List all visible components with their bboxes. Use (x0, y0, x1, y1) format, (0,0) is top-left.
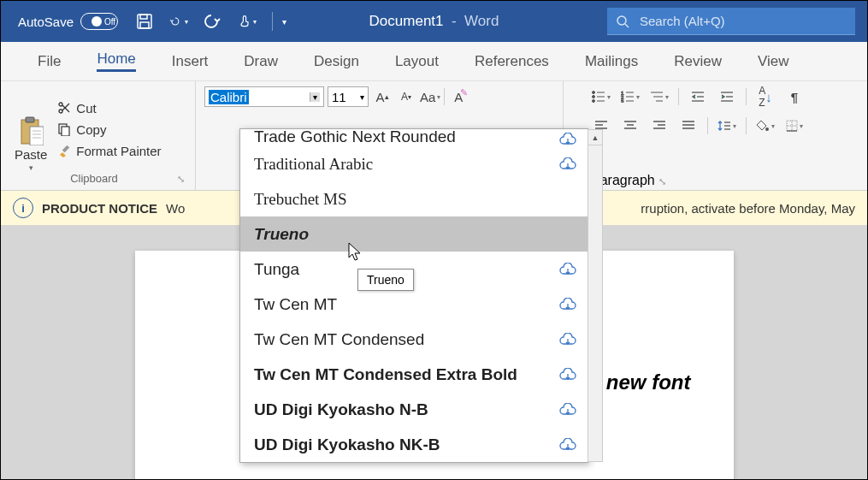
doc-name: Document1 (369, 13, 444, 29)
cloud-download-icon[interactable] (558, 368, 577, 382)
tooltip: Trueno (357, 269, 414, 291)
tab-mailings[interactable]: Mailings (567, 42, 656, 80)
autosave-label: AutoSave (18, 15, 74, 29)
multilevel-list-button[interactable]: ▾ (649, 86, 670, 107)
mouse-cursor-icon (348, 242, 363, 263)
font-option[interactable]: Trebuchet MS (240, 181, 588, 216)
dialog-launcher-icon[interactable]: ⤡ (658, 176, 666, 187)
cloud-download-icon[interactable] (558, 157, 577, 171)
tab-design[interactable]: Design (296, 42, 377, 80)
font-dropdown[interactable]: ▲ Trade Gothic Next RoundedTraditional A… (239, 128, 588, 463)
cut-label: Cut (76, 101, 96, 116)
svg-point-22 (593, 100, 595, 103)
chevron-down-icon[interactable]: ▾ (360, 92, 364, 102)
font-option-label: Trade Gothic Next Rounded (254, 129, 456, 146)
borders-button[interactable]: ▾ (784, 116, 805, 136)
font-size-combo[interactable]: 11 ▾ (328, 86, 369, 107)
line-spacing-button[interactable]: ▾ (717, 116, 737, 136)
change-case-button[interactable]: Aa▾ (420, 86, 440, 107)
dialog-launcher-icon[interactable]: ⤡ (177, 174, 185, 185)
svg-rect-16 (62, 127, 69, 136)
cloud-download-icon[interactable] (558, 333, 577, 347)
svg-rect-6 (26, 117, 34, 122)
scroll-up-button[interactable]: ▲ (588, 130, 602, 145)
tab-insert[interactable]: Insert (154, 42, 227, 80)
font-option[interactable]: Trueno (240, 216, 588, 252)
sort-button[interactable]: AZ↓ (755, 86, 776, 107)
svg-point-12 (59, 103, 62, 106)
toggle-switch[interactable]: Off (80, 13, 118, 30)
copy-button[interactable]: Copy (57, 122, 161, 137)
scrollbar[interactable]: ▲ (588, 129, 603, 462)
justify-button[interactable] (678, 116, 699, 136)
clear-formatting-button[interactable]: A✎ (448, 86, 469, 107)
undo-icon[interactable]: ▾ (169, 12, 188, 31)
font-option[interactable]: Tw Cen MT Condensed Extra Bold (240, 357, 588, 392)
font-option[interactable]: Trade Gothic Next Rounded (240, 129, 588, 146)
tab-review[interactable]: Review (656, 42, 740, 80)
notice-title: PRODUCT NOTICE (42, 201, 157, 216)
clipboard-group: Paste ▾ Cut Copy Format Painter Clipbo (1, 81, 196, 190)
notice-text-right: rruption, activate before Monday, May (641, 201, 855, 216)
cloud-download-icon[interactable] (558, 403, 577, 417)
tab-view[interactable]: View (740, 42, 807, 80)
tab-layout[interactable]: Layout (377, 42, 457, 80)
tab-draw[interactable]: Draw (226, 42, 296, 80)
save-icon[interactable] (135, 12, 154, 31)
font-option[interactable]: UD Digi Kyokasho NK-B (240, 427, 588, 462)
search-placeholder: Search (Alt+Q) (640, 14, 725, 28)
tab-file[interactable]: File (20, 42, 79, 80)
font-option[interactable]: Tw Cen MT (240, 287, 588, 322)
svg-rect-1 (140, 15, 147, 19)
cloud-download-icon[interactable] (558, 263, 577, 276)
increase-indent-button[interactable] (717, 86, 737, 107)
bullets-button[interactable]: ▾ (591, 86, 611, 107)
title-separator: - (447, 13, 464, 29)
svg-point-3 (617, 16, 626, 25)
paste-button[interactable]: Paste ▾ (9, 86, 52, 172)
tab-references[interactable]: References (457, 42, 567, 80)
qat-overflow-icon[interactable]: ▾ (272, 12, 291, 31)
svg-text:3: 3 (621, 99, 624, 103)
autosave-toggle[interactable]: AutoSave Off (18, 13, 118, 30)
svg-point-20 (593, 96, 595, 98)
search-box[interactable]: Search (Alt+Q) (607, 8, 855, 35)
decrease-indent-button[interactable] (688, 86, 708, 107)
font-size-value: 11 (332, 90, 346, 104)
redo-icon[interactable] (204, 12, 222, 31)
format-painter-button[interactable]: Format Painter (57, 144, 161, 158)
toggle-knob (92, 16, 102, 27)
font-option[interactable]: Tw Cen MT Condensed (240, 322, 588, 357)
chevron-down-icon[interactable]: ▾ (310, 92, 320, 102)
tab-home[interactable]: Home (79, 42, 153, 80)
align-right-button[interactable] (649, 116, 670, 136)
search-icon (616, 15, 629, 28)
scissors-icon (57, 101, 71, 115)
shading-button[interactable]: ▾ (755, 116, 776, 136)
cloud-download-icon[interactable] (558, 133, 577, 146)
font-option-label: Trueno (254, 225, 309, 244)
font-name-combo[interactable]: Calibri ▾ (204, 86, 324, 107)
numbering-button[interactable]: 123▾ (620, 86, 641, 107)
cloud-download-icon[interactable] (558, 298, 577, 311)
touch-mode-icon[interactable]: ▾ (238, 12, 257, 31)
cut-button[interactable]: Cut (57, 101, 161, 116)
font-option[interactable]: Tunga (240, 252, 588, 287)
font-option[interactable]: Traditional Arabic (240, 146, 588, 181)
font-option-label: UD Digi Kyokasho N-B (254, 400, 428, 419)
font-option-label: Tunga (254, 260, 299, 279)
font-option[interactable]: UD Digi Kyokasho N-B (240, 392, 588, 427)
notice-text-left: Wo (166, 201, 185, 216)
cloud-download-icon[interactable] (558, 438, 577, 452)
font-option-label: Traditional Arabic (254, 155, 373, 174)
show-marks-button[interactable]: ¶ (784, 86, 805, 107)
svg-point-11 (59, 110, 62, 113)
shrink-font-button[interactable]: A▾ (396, 86, 416, 107)
quick-access-toolbar: ▾ ▾ ▾ (135, 12, 291, 31)
paste-label: Paste (15, 147, 47, 162)
align-center-button[interactable] (620, 116, 641, 136)
chevron-down-icon: ▾ (29, 163, 33, 172)
toggle-state: Off (104, 17, 115, 27)
grow-font-button[interactable]: A▴ (372, 86, 393, 107)
title-bar: AutoSave Off ▾ ▾ ▾ Document1 - Word Se (1, 1, 867, 42)
